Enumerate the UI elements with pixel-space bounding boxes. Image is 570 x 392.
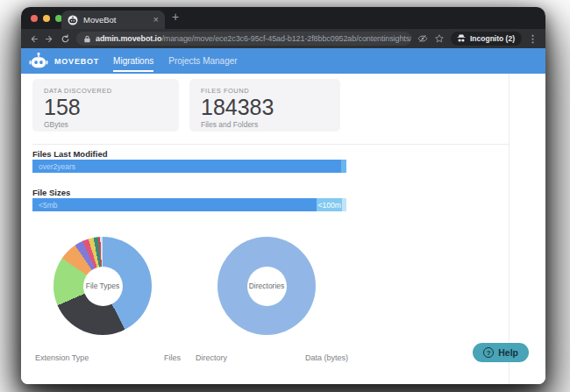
app-header: MOVEBOT Migrations Projects Manager xyxy=(21,48,545,74)
stat-card-data-discovered: DATA DISCOVERED 158 GBytes xyxy=(32,79,179,132)
stat-cards: DATA DISCOVERED 158 GBytes FILES FOUND 1… xyxy=(32,79,340,132)
directories-donut-chart[interactable]: Directories xyxy=(217,237,316,335)
movebot-favicon-icon xyxy=(68,15,78,25)
bar-segment-label: over2years xyxy=(32,162,77,171)
new-tab-button[interactable]: + xyxy=(172,10,179,24)
movebot-logo-icon xyxy=(29,52,48,71)
column-header-files: Files xyxy=(164,353,181,362)
bar-segment[interactable]: over2years xyxy=(32,160,341,173)
forward-icon[interactable] xyxy=(45,34,54,44)
nav-tab-projects-manager[interactable]: Projects Manager xyxy=(168,56,237,66)
close-window-button[interactable] xyxy=(31,15,38,22)
bar-segment[interactable]: <5mb xyxy=(32,198,317,211)
password-hidden-icon[interactable] xyxy=(417,33,428,44)
browser-menu-icon[interactable]: ⋮ xyxy=(528,33,538,45)
url-text: admin.movebot.io/manage/move/ece2c3c6-95… xyxy=(96,34,411,43)
incognito-badge[interactable]: Incognito (2) xyxy=(451,32,522,46)
column-header-data-bytes: Data (bytes) xyxy=(305,353,348,362)
browser-toolbar: admin.movebot.io/manage/move/ece2c3c6-95… xyxy=(21,29,545,48)
stat-card-files-found: FILES FOUND 184383 Files and Folders xyxy=(189,79,340,132)
browser-titlebar: MoveBot × + xyxy=(21,7,545,29)
file-sizes-bar[interactable]: <5mb<100m xyxy=(32,198,346,211)
bookmark-star-icon[interactable] xyxy=(434,33,445,44)
section-divider xyxy=(32,144,509,145)
stat-label: DATA DISCOVERED xyxy=(44,87,167,95)
donut-title: Directories xyxy=(249,282,285,290)
bar-segment[interactable] xyxy=(342,198,346,211)
bar-segment[interactable]: <100m xyxy=(317,198,342,211)
back-icon[interactable] xyxy=(29,34,39,44)
stat-value: 158 xyxy=(44,95,167,120)
browser-window: MoveBot × + admin.movebot.io/manage/move… xyxy=(21,7,545,384)
url-path: /manage/move/ece2c3c6-95cf-45ad-b121-2f8… xyxy=(161,34,411,43)
bar-segment-label: <100m xyxy=(317,201,342,210)
files-last-modified-bar[interactable]: over2years xyxy=(32,160,346,173)
stat-value: 184383 xyxy=(201,95,329,120)
column-header-extension-type: Extension Type xyxy=(35,353,89,362)
bar-segment[interactable] xyxy=(341,160,346,173)
donut-center: Directories xyxy=(247,267,287,306)
incognito-label: Incognito (2) xyxy=(470,34,515,43)
reload-icon[interactable] xyxy=(61,34,70,44)
window-controls xyxy=(31,15,62,22)
stat-unit: GBytes xyxy=(44,120,167,129)
main-nav: Migrations Projects Manager xyxy=(113,56,238,66)
brand-name: MOVEBOT xyxy=(54,57,99,66)
stat-unit: Files and Folders xyxy=(201,120,329,129)
lock-icon xyxy=(83,35,91,43)
stat-label: FILES FOUND xyxy=(201,87,329,95)
donut-center: File Types xyxy=(83,267,123,306)
content-right-divider xyxy=(509,74,509,384)
dashboard-content: DATA DISCOVERED 158 GBytes FILES FOUND 1… xyxy=(21,74,545,384)
help-button-label: Help xyxy=(498,347,518,358)
nav-tab-migrations[interactable]: Migrations xyxy=(113,56,153,66)
section-title-file-sizes: File Sizes xyxy=(32,188,70,197)
column-header-directory: Directory xyxy=(196,353,227,362)
help-button[interactable]: ? Help xyxy=(473,343,529,362)
minimize-window-button[interactable] xyxy=(43,15,50,22)
browser-tab-movebot[interactable]: MoveBot × xyxy=(61,11,165,29)
file-types-donut-chart[interactable]: File Types xyxy=(53,237,152,335)
donut-title: File Types xyxy=(86,282,120,290)
tab-title: MoveBot xyxy=(83,15,148,25)
bar-segment-label: <5mb xyxy=(32,201,60,210)
tab-close-icon[interactable]: × xyxy=(153,15,159,25)
url-domain: admin.movebot.io xyxy=(96,34,161,43)
section-title-files-last-modified: Files Last Modified xyxy=(32,149,108,159)
question-mark-icon: ? xyxy=(483,347,494,358)
incognito-icon xyxy=(456,33,467,44)
url-bar[interactable]: admin.movebot.io/manage/move/ece2c3c6-95… xyxy=(76,32,411,46)
